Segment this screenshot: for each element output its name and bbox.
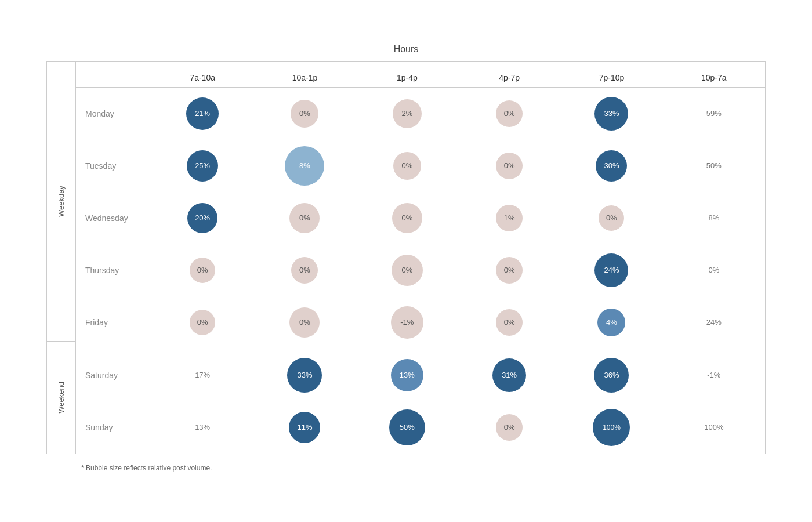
bubble: 0% <box>393 152 421 180</box>
table-row: Monday 21% 0% 2% 0% 33% 59% <box>76 88 765 140</box>
cell: 0% <box>458 414 560 441</box>
cell: 30% <box>560 150 662 182</box>
bubble: 31% <box>492 358 526 392</box>
bubble: 0% <box>392 255 423 286</box>
cell: 50% <box>356 409 458 445</box>
cell: 100% <box>663 423 765 432</box>
row-label-wednesday: Wednesday <box>76 213 151 223</box>
bubble: 0% <box>496 100 523 127</box>
weekend-rows: Saturday 17% 33% 13% 31% 36% -1% Sunday … <box>76 349 765 454</box>
bubble: 33% <box>594 97 628 130</box>
no-bubble-value: 59% <box>706 109 722 118</box>
bubble: 2% <box>393 99 422 128</box>
row-label-saturday: Saturday <box>76 371 151 380</box>
cell: 4% <box>560 309 662 336</box>
table-row: Friday 0% 0% -1% 0% 4% 24% <box>76 296 765 349</box>
bubble: 4% <box>597 309 625 336</box>
bubble: 1% <box>496 205 523 231</box>
cell: 0% <box>458 100 560 127</box>
bubble: 0% <box>496 309 523 336</box>
cell: 1% <box>458 205 560 231</box>
bubble: 0% <box>289 203 320 233</box>
col-header-2: 1p-4p <box>356 73 458 82</box>
bubble: 8% <box>285 146 324 186</box>
cell: 8% <box>253 146 356 186</box>
bubble: 20% <box>187 203 217 233</box>
weekday-label: Weekday <box>57 186 66 217</box>
cell: 2% <box>356 99 458 128</box>
no-bubble-value: 50% <box>706 161 722 170</box>
col-header-0: 7a-10a <box>151 73 253 82</box>
bubble: 0% <box>190 310 215 335</box>
cell: 20% <box>151 203 253 233</box>
bubble: 36% <box>594 358 629 393</box>
row-label-friday: Friday <box>76 318 151 327</box>
cell: 0% <box>458 153 560 179</box>
cell: 0% <box>560 205 662 231</box>
cell: 0% <box>458 257 560 284</box>
chart-container: Weekday Weekend 7a-10a 10a-1p 1p-4p 4p-7… <box>46 61 766 454</box>
cell: 0% <box>253 257 356 284</box>
bubble: 0% <box>496 153 523 179</box>
bubble: 0% <box>496 414 523 441</box>
col-header-1: 10a-1p <box>253 73 356 82</box>
bubble: 0% <box>496 257 523 284</box>
column-headers: 7a-10a 10a-1p 1p-4p 4p-7p 7p-10p 10p-7a <box>76 62 765 88</box>
cell: 0% <box>356 203 458 233</box>
cell: 24% <box>560 253 662 287</box>
cell: 59% <box>663 109 765 118</box>
cell: 8% <box>663 213 765 222</box>
cell: 50% <box>663 161 765 170</box>
cell: 31% <box>458 358 560 392</box>
col-header-3: 4p-7p <box>458 73 560 82</box>
cell: 0% <box>356 152 458 180</box>
side-labels: Weekday Weekend <box>47 62 76 454</box>
bubble: 25% <box>187 150 218 182</box>
cell: 17% <box>151 371 253 379</box>
weekend-label: Weekend <box>57 382 66 414</box>
cell: 0% <box>151 310 253 335</box>
bubble: 100% <box>593 409 630 446</box>
no-bubble-value: -1% <box>707 371 720 379</box>
cell: 36% <box>560 358 662 393</box>
bubble: 0% <box>599 205 624 231</box>
bubble: 0% <box>289 307 320 338</box>
side-label-weekend: Weekend <box>47 342 75 454</box>
no-bubble-value: 24% <box>706 318 722 327</box>
bubble: 0% <box>291 257 318 284</box>
cell: 0% <box>356 255 458 286</box>
no-bubble-value: 100% <box>704 423 723 432</box>
cell: 21% <box>151 97 253 130</box>
bubble: 0% <box>291 100 318 128</box>
cell: 0% <box>663 266 765 274</box>
main-content: 7a-10a 10a-1p 1p-4p 4p-7p 7p-10p 10p-7a … <box>76 62 765 454</box>
cell: 0% <box>151 258 253 283</box>
no-bubble-value: 8% <box>708 213 719 222</box>
cell: 0% <box>458 309 560 336</box>
cell: 25% <box>151 150 253 182</box>
row-label-monday: Monday <box>76 109 151 118</box>
bubble: -1% <box>391 306 423 339</box>
cell: 24% <box>663 318 765 327</box>
cell: 0% <box>253 203 356 233</box>
bubble: 13% <box>391 359 423 392</box>
cell: -1% <box>663 371 765 379</box>
side-label-weekday: Weekday <box>47 62 75 342</box>
bubble: 30% <box>596 150 627 182</box>
bubble: 24% <box>594 253 628 287</box>
cell: 0% <box>253 307 356 338</box>
footnote-text: * Bubble size reflects relative post vol… <box>81 464 212 472</box>
bubble: 50% <box>389 409 425 445</box>
col-header-4: 7p-10p <box>560 73 662 82</box>
cell: 100% <box>560 409 662 446</box>
no-bubble-value: 13% <box>195 423 210 432</box>
table-row: Sunday 13% 11% 50% 0% 100% 100% <box>76 401 765 454</box>
footnote: * Bubble size reflects relative post vol… <box>46 462 766 473</box>
table-row: Thursday 0% 0% 0% 0% 24% 0% <box>76 244 765 296</box>
table-row: Tuesday 25% 8% 0% 0% 30% 50% <box>76 140 765 192</box>
cell: 13% <box>151 423 253 432</box>
chart-title: Hours <box>394 44 419 54</box>
table-row: Wednesday 20% 0% 0% 1% 0% 8% <box>76 192 765 244</box>
cell: 0% <box>253 100 356 128</box>
bubble: 11% <box>289 412 320 443</box>
